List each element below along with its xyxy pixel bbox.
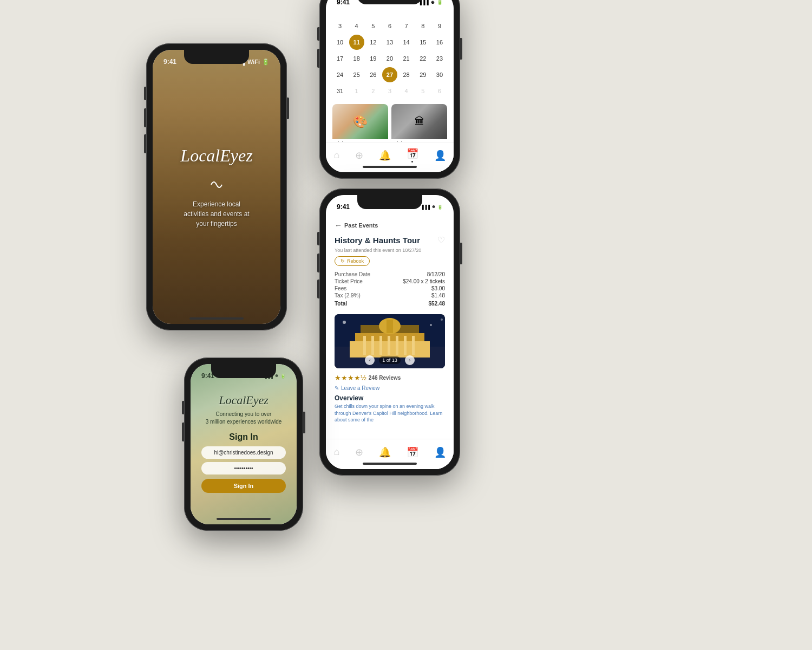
tab-home[interactable]: ⌂ [333,150,339,161]
phone-detail: 9:41 ▐▐▐⊕🔋 ← Past Events History & Haunt… [319,188,460,476]
purchase-value: $1.48 [431,292,445,298]
cal-day[interactable]: 29 [415,67,430,82]
cal-day[interactable]: 15 [415,35,430,50]
purchase-label: Tax (2.9%) [335,292,361,298]
signin-button[interactable]: Sign In [201,479,286,493]
star-rating: ★★★★½ [335,374,366,382]
cal-day[interactable]: 22 [415,51,430,66]
event-image-painting: 🎨 [332,104,388,139]
splash-tagline: Experience localactivities and events at… [184,199,249,229]
rebook-button[interactable]: ↻ Rebook [335,256,370,266]
svg-rect-9 [396,336,398,355]
svg-rect-10 [404,336,407,355]
cal-day[interactable]: 24 [332,67,348,82]
phone-notch [357,0,422,4]
cal-day[interactable]: 20 [382,51,397,66]
cal-day-dim: 6 [432,83,447,99]
purchase-label: Fees [335,285,346,291]
purchase-row-tax: Tax (2.9%) $1.48 [335,292,445,298]
tab-notifications[interactable]: 🔔 [379,446,391,458]
leave-review-link[interactable]: ✎ Leave a Review [326,384,454,392]
cal-day[interactable]: 30 [432,67,447,82]
status-time: 9:41 [337,0,350,6]
cal-day[interactable]: 13 [382,35,397,50]
cal-day[interactable]: 19 [365,51,381,66]
cal-day[interactable]: 5 [365,18,381,34]
cal-day[interactable]: 3 [332,18,348,34]
svg-rect-13 [387,320,393,333]
purchase-row-ticket: Ticket Price $24.00 x 2 tickets [335,278,445,284]
next-image-button[interactable]: › [405,355,415,365]
tab-search[interactable]: ⊕ [355,150,363,161]
cal-day[interactable]: 7 [399,18,414,34]
cal-day[interactable]: 25 [349,67,364,82]
image-navigation: ‹ 1 of 13 › [335,355,445,365]
tab-calendar[interactable]: 📅 [407,446,418,458]
rebook-label: Rebook [347,258,364,264]
purchase-label: Purchase Date [335,271,370,277]
status-icons: ▐▐▐⊕🔋 [421,205,443,210]
svg-point-14 [343,321,346,324]
back-arrow-icon: ← [335,221,342,230]
leave-review-label: Leave a Review [341,385,379,391]
purchase-value: 8/12/20 [427,271,445,277]
event-title: History & Haunts Tour [335,236,420,245]
purchase-row-fees: Fees $3.00 [335,285,445,291]
event-image-conference: 🏛 [391,104,447,139]
tab-notifications[interactable]: 🔔 [379,150,391,161]
status-time: 9:41 [163,58,176,66]
tab-profile[interactable]: 👤 [434,150,446,161]
phone-notch [211,364,276,378]
signin-screen: 9:41 ▐▐▐⊕🔋 LocalEyez Connecting you to o… [191,364,297,524]
purchase-value: $3.00 [431,285,445,291]
cal-day[interactable]: 12 [365,35,381,50]
svg-rect-8 [388,336,390,355]
cal-day-today[interactable]: 11 [349,35,364,50]
status-icons: ▐▐▐⊕🔋 [418,0,443,5]
signin-subtitle: Connecting you to over3 million experien… [206,411,282,426]
favorite-icon[interactable]: ♡ [437,235,445,245]
review-icon: ✎ [335,385,339,391]
prev-image-button[interactable]: ‹ [365,355,375,365]
tab-home[interactable]: ⌂ [333,446,339,458]
phone-calendar: 9:41 ▐▐▐⊕🔋 3 4 5 6 7 8 9 10 [319,0,460,179]
event-image-container: ‹ 1 of 13 › [335,314,445,368]
app-logo: LocalEyez [219,393,269,407]
back-navigation[interactable]: ← Past Events [335,221,445,230]
cal-day[interactable]: 14 [399,35,414,50]
cal-day[interactable]: 6 [382,18,397,34]
home-indicator [363,166,417,168]
phone-notch [184,50,249,64]
cal-day[interactable]: 28 [399,67,414,82]
tab-search[interactable]: ⊕ [355,446,363,458]
email-input[interactable]: hi@christinedoes.design [201,446,286,459]
home-indicator [189,317,244,320]
phone-splash: 9:41 ▐WiFi🔋 LocalEyez Experience localac… [146,43,287,330]
password-input[interactable]: •••••••••• [201,462,286,474]
cal-day[interactable]: 23 [432,51,447,66]
tab-profile[interactable]: 👤 [434,446,446,458]
purchase-label: Ticket Price [335,278,363,284]
cal-day[interactable]: 26 [365,67,381,82]
cal-day[interactable]: 10 [332,35,348,50]
cal-day[interactable]: 4 [349,18,364,34]
calendar-screen: 9:41 ▐▐▐⊕🔋 3 4 5 6 7 8 9 10 [326,0,454,172]
stars-row: ★★★★½ 246 Reviews [326,372,454,384]
cal-day[interactable]: 21 [399,51,414,66]
svg-point-16 [441,318,443,321]
home-indicator [217,518,271,520]
cal-day[interactable]: 18 [349,51,364,66]
cal-day[interactable]: 16 [432,35,447,50]
detail-title-row: History & Haunts Tour ♡ [326,234,454,246]
cal-day[interactable]: 8 [415,18,430,34]
app-logo: LocalEyez [180,146,252,166]
cal-day-selected[interactable]: 27 [382,67,397,82]
tab-active-dot [411,161,413,162]
tab-calendar[interactable]: 📅 [407,148,418,162]
cal-day[interactable]: 17 [332,51,348,66]
cal-day-dim: 3 [382,83,397,99]
cal-day-dim: 5 [415,83,430,99]
cal-day[interactable]: 9 [432,18,447,34]
total-label: Total [335,301,347,307]
cal-day[interactable]: 31 [332,83,348,99]
